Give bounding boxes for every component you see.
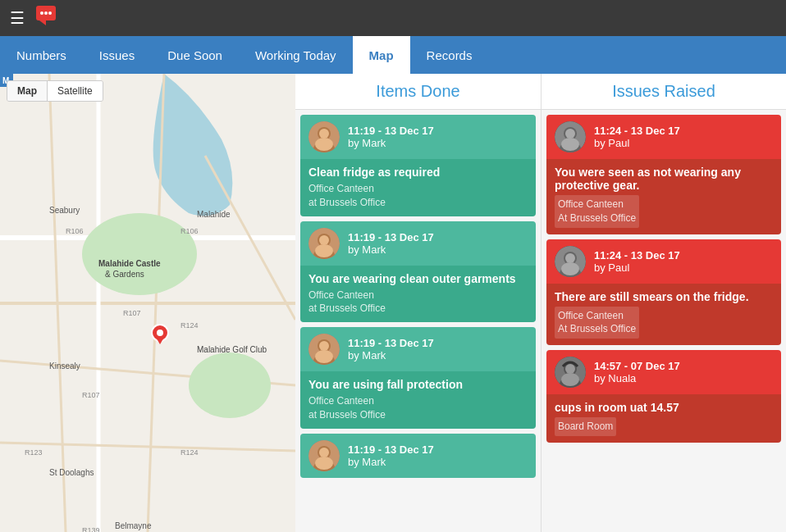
map-visual: R106 R106 R107 R123 R124 R124 R107 R139 … bbox=[0, 74, 295, 532]
item-by: by Mark bbox=[348, 243, 434, 256]
svg-text:Malahide Golf Club: Malahide Golf Club bbox=[197, 345, 267, 354]
issue-card: 14:57 - 07 Dec 17 by Nuala cups in room … bbox=[546, 350, 781, 443]
nav-map[interactable]: Map bbox=[353, 36, 410, 74]
svg-text:Malahide: Malahide bbox=[197, 210, 231, 219]
items-done-title: Items Done bbox=[295, 74, 541, 110]
svg-point-3 bbox=[44, 11, 48, 15]
item-card-header: 11:19 - 13 Dec 17 by Mark bbox=[300, 434, 536, 478]
item-info: 11:19 - 13 Dec 17 by Mark bbox=[348, 443, 434, 468]
task-location: Office Canteen at Brussels Office bbox=[308, 289, 528, 316]
svg-text:R106: R106 bbox=[66, 227, 84, 235]
item-card-header: 11:19 - 13 Dec 17 by Mark bbox=[300, 327, 536, 371]
item-card: 11:19 - 13 Dec 17 by Mark You are using … bbox=[300, 327, 536, 429]
svg-point-46 bbox=[315, 244, 333, 257]
avatar bbox=[555, 246, 586, 277]
item-by: by Mark bbox=[348, 137, 434, 149]
item-card-body: You are wearing clean outer garments Off… bbox=[300, 266, 536, 323]
issue-info: 11:24 - 13 Dec 17 by Paul bbox=[594, 249, 680, 274]
svg-point-45 bbox=[319, 235, 329, 245]
nav-records[interactable]: Records bbox=[410, 36, 489, 74]
svg-point-51 bbox=[315, 350, 333, 363]
svg-text:Malahide Castle: Malahide Castle bbox=[98, 259, 161, 268]
item-time: 11:19 - 13 Dec 17 bbox=[348, 337, 434, 349]
svg-text:R107: R107 bbox=[123, 309, 141, 317]
svg-text:Seabury: Seabury bbox=[49, 206, 80, 215]
task-name: Clean fridge as required bbox=[308, 166, 528, 179]
svg-point-41 bbox=[315, 138, 333, 151]
issue-card: 11:24 - 13 Dec 17 by Paul You were seen … bbox=[546, 115, 781, 234]
issue-card-header: 11:24 - 13 Dec 17 by Paul bbox=[546, 239, 781, 284]
items-done-panel: Items Done 11:19 - 13 Dec 17 by Mark bbox=[295, 74, 542, 532]
item-card-body: Clean fridge as required Office Canteen … bbox=[300, 159, 536, 216]
top-bar: ☰ bbox=[0, 0, 786, 36]
issue-location: Board Room bbox=[555, 417, 616, 436]
item-time: 11:19 - 13 Dec 17 bbox=[348, 125, 434, 137]
avatar bbox=[308, 121, 340, 152]
issue-by: by Paul bbox=[594, 261, 680, 274]
issue-card-body: There are still smears on the fridge. Of… bbox=[546, 284, 781, 346]
satellite-view-button[interactable]: Satellite bbox=[48, 81, 103, 101]
svg-point-61 bbox=[561, 138, 579, 151]
map-area: Map Satellite R106 R106 R107 R123 bbox=[0, 74, 295, 532]
issue-time: 11:24 - 13 Dec 17 bbox=[594, 249, 680, 261]
chat-icon[interactable] bbox=[34, 4, 57, 32]
svg-point-56 bbox=[315, 457, 333, 470]
avatar bbox=[308, 440, 340, 471]
svg-point-70 bbox=[565, 364, 575, 374]
svg-text:& Gardens: & Gardens bbox=[105, 270, 144, 279]
item-by: by Mark bbox=[348, 456, 434, 468]
svg-point-14 bbox=[82, 213, 197, 295]
issue-info: 14:57 - 07 Dec 17 by Nuala bbox=[594, 360, 680, 384]
svg-point-4 bbox=[48, 11, 52, 15]
item-card-body: You are using fall protection Office Can… bbox=[300, 371, 536, 429]
issue-card: 11:24 - 13 Dec 17 by Paul There are stil… bbox=[546, 239, 781, 346]
svg-text:R107: R107 bbox=[82, 391, 100, 399]
nav-issues[interactable]: Issues bbox=[83, 36, 151, 74]
svg-point-40 bbox=[319, 129, 329, 139]
item-card-header: 11:19 - 13 Dec 17 by Mark bbox=[300, 115, 536, 159]
nav-numbers[interactable]: Numbers bbox=[0, 36, 83, 74]
svg-point-55 bbox=[319, 448, 329, 457]
task-name: You are wearing clean outer garments bbox=[308, 272, 528, 285]
item-info: 11:19 - 13 Dec 17 by Mark bbox=[348, 337, 434, 361]
svg-text:R124: R124 bbox=[181, 321, 199, 330]
issue-card-header: 14:57 - 07 Dec 17 by Nuala bbox=[546, 350, 781, 394]
svg-text:Kinsealy: Kinsealy bbox=[49, 361, 80, 371]
map-controls: Map Satellite bbox=[7, 80, 103, 102]
nav-bar: Numbers Issues Due Soon Working Today Ma… bbox=[0, 36, 786, 74]
item-info: 11:19 - 13 Dec 17 by Mark bbox=[348, 125, 434, 149]
issue-location: Office Canteen At Brussels Office bbox=[555, 307, 639, 339]
svg-text:R123: R123 bbox=[25, 448, 43, 457]
issue-card-header: 11:24 - 13 Dec 17 by Paul bbox=[546, 115, 781, 159]
nav-due-soon[interactable]: Due Soon bbox=[151, 36, 239, 74]
issue-time: 14:57 - 07 Dec 17 bbox=[594, 360, 680, 372]
issue-by: by Nuala bbox=[594, 372, 680, 384]
menu-icon[interactable]: ☰ bbox=[10, 8, 25, 28]
issue-text: You were seen as not wearing any protect… bbox=[555, 166, 773, 192]
svg-marker-1 bbox=[39, 20, 46, 25]
svg-point-50 bbox=[319, 341, 329, 351]
item-card: 11:19 - 13 Dec 17 by Mark You are wearin… bbox=[300, 221, 536, 323]
issue-text: cups in room uat 14.57 bbox=[555, 401, 773, 414]
svg-text:R139: R139 bbox=[82, 526, 100, 532]
issue-text: There are still smears on the fridge. bbox=[555, 290, 773, 303]
issue-card-body: You were seen as not wearing any protect… bbox=[546, 159, 781, 234]
item-by: by Mark bbox=[348, 349, 434, 361]
nav-working-today[interactable]: Working Today bbox=[239, 36, 353, 74]
issue-info: 11:24 - 13 Dec 17 by Paul bbox=[594, 125, 680, 149]
svg-point-2 bbox=[40, 11, 43, 15]
avatar bbox=[308, 228, 340, 259]
item-info: 11:19 - 13 Dec 17 by Mark bbox=[348, 231, 434, 256]
issue-time: 11:24 - 13 Dec 17 bbox=[594, 125, 680, 137]
issues-panel: Issues Raised 11:24 - 13 Dec 17 by Paul bbox=[542, 74, 786, 532]
item-card: 11:19 - 13 Dec 17 by Mark Clean fridge a… bbox=[300, 115, 536, 216]
issue-card-body: cups in room uat 14.57 Board Room bbox=[546, 394, 781, 443]
task-name: You are using fall protection bbox=[308, 378, 528, 391]
issue-location: Office Canteen At Brussels Office bbox=[555, 195, 639, 228]
avatar bbox=[555, 357, 586, 388]
svg-text:R106: R106 bbox=[181, 227, 199, 235]
svg-point-66 bbox=[561, 262, 579, 275]
svg-point-15 bbox=[189, 352, 271, 418]
task-location: Office Canteen at Brussels Office bbox=[308, 182, 528, 210]
map-view-button[interactable]: Map bbox=[7, 81, 48, 101]
